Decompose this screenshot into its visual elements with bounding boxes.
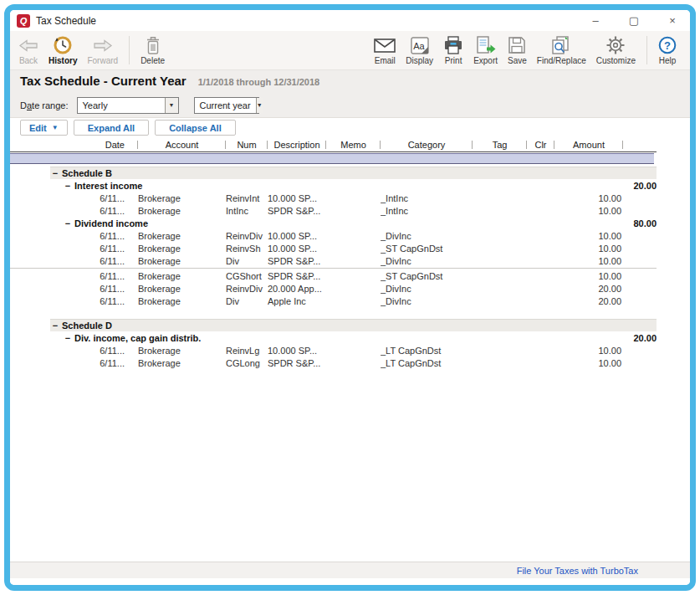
group-row[interactable]: −Schedule B	[10, 167, 690, 179]
cell-account: Brokerage	[138, 256, 226, 266]
transaction-row[interactable]: 6/11...BrokerageReinvLg10.000 SP..._LT C…	[10, 344, 657, 356]
report-actions: Edit ▼ Expand All Collapse All	[10, 118, 690, 137]
expand-all-button[interactable]: Expand All	[74, 120, 149, 136]
report-header: Tax Schedule - Current Year 1/1/2018 thr…	[10, 70, 690, 93]
window-title: Tax Schedule	[36, 15, 96, 27]
cell-amount: 20.00	[554, 284, 623, 294]
minimize-button[interactable]: –	[586, 13, 605, 28]
history-button[interactable]: History	[43, 33, 82, 67]
forward-button[interactable]: Forward	[82, 33, 123, 67]
chevron-down-icon: ▼	[165, 98, 178, 113]
find-replace-button[interactable]: Find/Replace	[532, 33, 591, 67]
cell-num: ReinvDiv	[226, 284, 268, 294]
toolbar-right-group: Email Aa Display	[369, 33, 682, 67]
transaction-row[interactable]: 6/11...BrokerageReinvInt10.000 SP..._Int…	[10, 192, 657, 204]
save-button[interactable]: Save	[503, 33, 532, 67]
edit-menu-button[interactable]: Edit ▼	[20, 120, 68, 136]
turbotax-link[interactable]: File Your Taxes with TurboTax	[517, 566, 638, 576]
back-arrow-icon	[18, 35, 38, 55]
email-button[interactable]: Email	[369, 33, 401, 67]
subgroup-row[interactable]: −Dividend income80.00	[10, 217, 690, 229]
transaction-row[interactable]: 6/11...BrokerageReinvDiv20.000 App..._Di…	[10, 282, 657, 295]
help-button[interactable]: ? Help	[653, 33, 682, 67]
column-header-num[interactable]: Num	[226, 137, 268, 152]
collapse-toggle-icon[interactable]: −	[63, 181, 73, 191]
cell-desc: 10.000 SP...	[268, 231, 326, 241]
display-button[interactable]: Aa Display	[401, 33, 438, 67]
column-header-category[interactable]: Category	[381, 137, 473, 152]
cell-desc: SPDR S&P...	[268, 206, 326, 216]
subgroup-row[interactable]: −Div. income, cap gain distrib.20.00	[10, 331, 690, 344]
cell-num: IntInc	[226, 206, 268, 216]
window-controls: – ▢ ×	[586, 13, 682, 28]
date-range-select[interactable]: Yearly ▼	[77, 97, 179, 114]
cell-cat: _DivInc	[381, 256, 473, 266]
cell-date: 6/11...	[10, 284, 138, 294]
cell-cat: _DivInc	[381, 284, 473, 294]
collapse-toggle-icon[interactable]: −	[63, 333, 73, 343]
column-header-memo[interactable]: Memo	[326, 137, 381, 152]
column-header-amount[interactable]: Amount	[554, 137, 623, 152]
transaction-row[interactable]: 6/11...BrokerageIntIncSPDR S&P..._IntInc…	[10, 204, 657, 217]
collapse-toggle-icon[interactable]: −	[50, 321, 60, 331]
transaction-row[interactable]: 6/11...BrokerageCGLongSPDR S&P..._LT Cap…	[10, 356, 657, 369]
cell-desc: 10.000 SP...	[268, 346, 326, 356]
selected-empty-row[interactable]	[10, 153, 654, 164]
display-Aa-icon: Aa	[411, 35, 429, 55]
column-header-account[interactable]: Account	[138, 137, 226, 152]
gear-icon	[605, 35, 626, 55]
maximize-button[interactable]: ▢	[625, 13, 643, 28]
cell-amount: 10.00	[554, 193, 623, 203]
delete-button[interactable]: Delete	[135, 33, 170, 67]
cell-num: CGLong	[226, 358, 268, 368]
cell-date: 6/11...	[10, 271, 138, 281]
cell-account: Brokerage	[138, 346, 226, 356]
column-header-date[interactable]: Date	[10, 137, 138, 152]
cell-cat: _LT CapGnDst	[381, 346, 473, 356]
transaction-row[interactable]: 6/11...BrokerageDivSPDR S&P..._DivInc10.…	[10, 254, 657, 267]
toolbar-separator	[129, 36, 130, 64]
cell-num: Div	[226, 296, 268, 306]
customize-button[interactable]: Customize	[591, 33, 641, 67]
cell-cat: _DivInc	[381, 296, 473, 306]
transaction-row[interactable]: 6/11...BrokerageDivApple Inc_DivInc20.00	[10, 295, 657, 307]
cell-date: 6/11...	[10, 206, 138, 216]
period-select[interactable]: Current year ▼	[194, 97, 259, 114]
column-header-tag[interactable]: Tag	[473, 137, 527, 152]
cell-num: ReinvSh	[226, 244, 268, 254]
cell-desc: 10.000 SP...	[268, 193, 326, 203]
transaction-row[interactable]: 6/11...BrokerageReinvDiv10.000 SP..._Div…	[10, 229, 657, 242]
cell-cat: _LT CapGnDst	[381, 358, 473, 368]
subgroup-row[interactable]: −Interest income20.00	[10, 179, 690, 192]
column-header-clr[interactable]: Clr	[527, 137, 554, 152]
trash-icon	[145, 35, 161, 55]
cell-account: Brokerage	[138, 296, 226, 306]
transaction-row[interactable]: 6/11...BrokerageReinvSh10.000 SP..._ST C…	[10, 242, 657, 254]
group-row[interactable]: −Schedule D	[10, 319, 690, 331]
collapse-toggle-icon[interactable]: −	[63, 218, 73, 228]
subgroup-label: Interest income	[74, 181, 142, 191]
cell-account: Brokerage	[138, 244, 226, 254]
back-button[interactable]: Back	[13, 33, 43, 67]
cell-desc: SPDR S&P...	[268, 271, 326, 281]
collapse-toggle-icon[interactable]: −	[50, 168, 60, 178]
cell-cat: _IntInc	[381, 193, 473, 203]
collapse-all-button[interactable]: Collapse All	[155, 120, 236, 136]
cell-cat: _ST CapGnDst	[381, 271, 473, 281]
transaction-row[interactable]: 6/11...BrokerageCGShortSPDR S&P..._ST Ca…	[10, 269, 657, 282]
email-envelope-icon	[374, 35, 396, 55]
cell-amount: 10.00	[554, 244, 623, 254]
cell-date: 6/11...	[10, 296, 138, 306]
export-button[interactable]: Export	[468, 33, 503, 67]
report-date-range-text: 1/1/2018 through 12/31/2018	[198, 77, 320, 87]
cell-amount: 20.00	[554, 296, 623, 306]
cell-cat: _IntInc	[381, 206, 473, 216]
subgroup-label: Div. income, cap gain distrib.	[74, 333, 201, 343]
close-button[interactable]: ×	[663, 13, 682, 28]
cell-account: Brokerage	[138, 231, 226, 241]
cell-num: ReinvDiv	[226, 231, 268, 241]
save-floppy-icon	[508, 35, 526, 55]
print-button[interactable]: Print	[438, 33, 468, 67]
column-header-description[interactable]: Description	[268, 137, 326, 152]
cell-account: Brokerage	[138, 284, 226, 294]
